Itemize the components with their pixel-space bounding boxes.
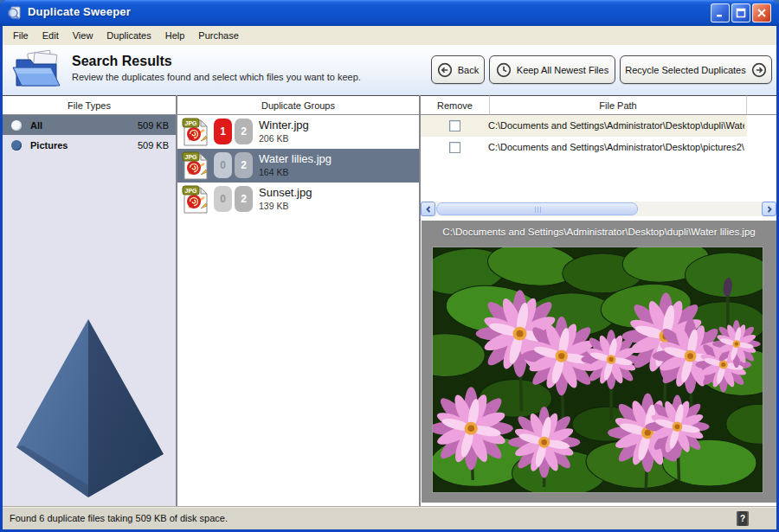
- group-file-size: 139 KB: [259, 201, 288, 211]
- menu-item-edit[interactable]: Edit: [35, 28, 66, 43]
- horizontal-scrollbar[interactable]: [421, 202, 776, 216]
- file-types-header[interactable]: File Types: [3, 95, 176, 115]
- maximize-button[interactable]: [731, 3, 750, 22]
- group-row-water-lilies[interactable]: JPG 0 2 Water lilies.jpg 164 KB: [177, 149, 419, 183]
- water-lilies-photo: [433, 247, 763, 492]
- total-count-badge: 2: [235, 186, 253, 212]
- menu-item-purchase[interactable]: Purchase: [191, 28, 245, 43]
- file-type-bullet-icon: [11, 140, 22, 151]
- pyramid-logo: [11, 316, 167, 502]
- file-type-size: 509 KB: [138, 120, 169, 131]
- file-type-label: All: [30, 120, 42, 131]
- file-path-panel: C:\Documents and Settings\Administrator\…: [421, 115, 776, 506]
- group-file-name: Winter.jpg: [259, 119, 309, 131]
- circle-arrow-right-icon: [751, 62, 767, 78]
- app-window: Duplicate Sweeper File Edit View Duplica…: [0, 0, 779, 532]
- file-type-bullet-icon: [11, 120, 22, 131]
- duplicate-groups-header[interactable]: Duplicate Groups: [177, 95, 419, 115]
- back-button[interactable]: Back: [431, 55, 485, 84]
- group-file-size: 206 KB: [259, 133, 288, 144]
- jpg-file-icon: JPG: [182, 185, 209, 218]
- group-row-sunset[interactable]: JPG 0 2 Sunset.jpg 139 KB: [177, 183, 419, 216]
- file-type-row-pictures[interactable]: Pictures 509 KB: [3, 135, 176, 155]
- circle-arrow-left-icon: [437, 62, 453, 78]
- menu-item-help[interactable]: Help: [158, 28, 192, 43]
- remove-column-header[interactable]: Remove: [421, 95, 490, 115]
- total-count-badge: 2: [235, 152, 253, 178]
- file-type-size: 509 KB: [138, 140, 169, 151]
- file-path-row[interactable]: C:\Documents and Settings\Administrator\…: [421, 137, 747, 158]
- menu-item-duplicates[interactable]: Duplicates: [100, 28, 158, 43]
- scrollbar-thumb[interactable]: [436, 202, 638, 215]
- jpg-file-icon: JPG: [182, 118, 209, 151]
- header-filler: [747, 95, 776, 115]
- group-file-name: Sunset.jpg: [259, 186, 312, 199]
- clock-icon: [496, 62, 512, 78]
- svg-text:JPG: JPG: [184, 120, 197, 126]
- group-file-size: 164 KB: [259, 167, 288, 177]
- recycle-selected-duplicates-label: Recycle Selected Duplicates: [625, 65, 745, 75]
- menu-bar: File Edit View Duplicates Help Purchase: [3, 26, 776, 45]
- keep-all-newest-files-label: Keep All Newest Files: [517, 65, 608, 75]
- svg-text:JPG: JPG: [184, 154, 197, 160]
- selected-count-badge: 0: [214, 152, 232, 178]
- status-bar: Found 6 duplicate files taking 509 KB of…: [3, 506, 776, 529]
- open-folder-icon: [11, 49, 65, 94]
- selected-count-badge: 1: [214, 119, 232, 144]
- scroll-right-button[interactable]: [762, 202, 776, 216]
- file-type-row-all[interactable]: All 509 KB: [3, 115, 176, 135]
- scrollbar-grip-icon: [535, 207, 542, 213]
- file-types-panel: All 509 KB Pictures 509 KB: [3, 115, 176, 506]
- page-title: Search Results: [72, 54, 172, 69]
- menu-item-file[interactable]: File: [6, 28, 35, 43]
- scroll-left-button[interactable]: [421, 202, 435, 216]
- selected-count-badge: 0: [214, 186, 232, 212]
- remove-checkbox[interactable]: [449, 120, 460, 131]
- file-path-column-header[interactable]: File Path: [490, 95, 747, 115]
- preview-path-label: C:\Documents and Settings\Administrator\…: [422, 227, 776, 237]
- image-preview-panel: C:\Documents and Settings\Administrator\…: [422, 221, 776, 503]
- group-file-name: Water lilies.jpg: [259, 152, 332, 165]
- file-path-text: C:\Documents and Settings\Administrator\…: [488, 142, 744, 152]
- jpg-file-icon: JPG: [182, 151, 209, 184]
- duplicate-groups-panel: JPG 1 2 Winter.jpg 206 KB JPG: [177, 115, 419, 506]
- recycle-selected-duplicates-button[interactable]: Recycle Selected Duplicates: [620, 55, 772, 84]
- window-controls: [711, 3, 771, 22]
- close-button[interactable]: [752, 3, 771, 22]
- header-banner: Search Results Review the duplicates fou…: [3, 45, 776, 95]
- back-button-label: Back: [458, 65, 479, 75]
- file-type-label: Pictures: [30, 140, 68, 151]
- total-count-badge: 2: [235, 119, 253, 144]
- window-title: Duplicate Sweeper: [28, 5, 131, 18]
- app-magnifier-icon: [7, 5, 23, 21]
- status-text: Found 6 duplicate files taking 509 KB of…: [10, 513, 228, 523]
- menu-item-view[interactable]: View: [66, 28, 100, 43]
- file-path-row[interactable]: C:\Documents and Settings\Administrator\…: [421, 115, 747, 137]
- keep-all-newest-files-button[interactable]: Keep All Newest Files: [489, 55, 615, 84]
- minimize-button[interactable]: [711, 3, 730, 22]
- film-help-icon[interactable]: ?: [737, 511, 749, 526]
- file-path-text: C:\Documents and Settings\Administrator\…: [488, 120, 744, 131]
- svg-text:JPG: JPG: [184, 188, 197, 194]
- remove-checkbox[interactable]: [449, 142, 460, 153]
- group-row-winter[interactable]: JPG 1 2 Winter.jpg 206 KB: [177, 115, 419, 149]
- titlebar: Duplicate Sweeper: [0, 0, 779, 26]
- page-subtitle: Review the duplicates found and select w…: [72, 72, 361, 82]
